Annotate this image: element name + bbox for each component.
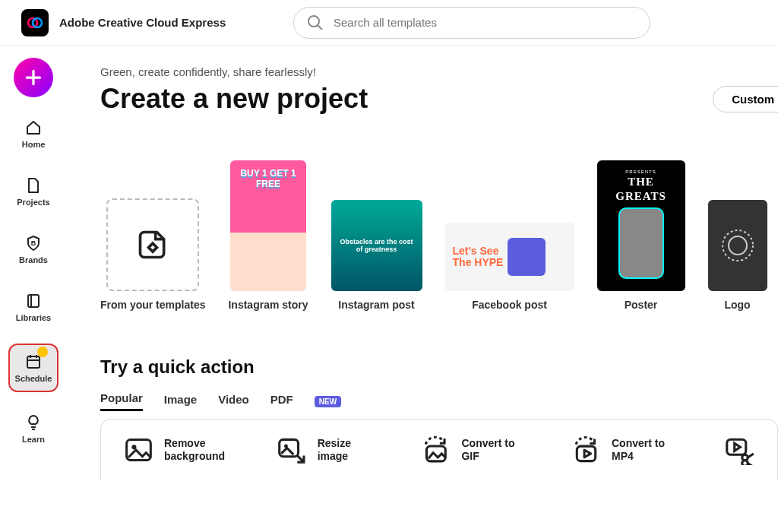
sidebar-item-libraries[interactable]: Libraries (8, 286, 59, 328)
template-instagram-post[interactable]: Obstacles are the cost of greatness Inst… (331, 200, 422, 311)
premium-badge-icon (37, 347, 48, 357)
home-icon (24, 119, 43, 137)
tab-image[interactable]: Image (164, 393, 197, 410)
sticker-icon (136, 228, 169, 261)
tab-video[interactable]: Video (218, 393, 249, 410)
template-from-your-templates[interactable]: From your templates (100, 198, 205, 311)
app-logo (21, 9, 49, 36)
shield-icon: B (24, 234, 43, 252)
sidebar-item-label: Projects (17, 198, 49, 207)
image-icon (124, 435, 153, 465)
convert-mp4-icon (571, 435, 601, 465)
svg-point-2 (308, 16, 319, 27)
svg-rect-20 (577, 446, 595, 461)
svg-line-24 (748, 454, 754, 458)
page-title: Create a new project (100, 83, 368, 115)
new-badge: NEW (315, 396, 341, 407)
sidebar-item-brands[interactable]: B Brands (8, 228, 59, 271)
tab-popular[interactable]: Popular (100, 391, 143, 411)
svg-point-23 (742, 461, 748, 465)
sidebar-item-label: Brands (19, 255, 48, 264)
template-label: Poster (625, 299, 658, 311)
tab-pdf[interactable]: PDF (270, 393, 293, 410)
tagline: Green, create confidently, share fearles… (100, 65, 778, 78)
qa-resize-image[interactable]: Resize image (277, 435, 384, 465)
qa-trim-video[interactable] (724, 435, 754, 465)
template-logo[interactable]: Logo (708, 200, 767, 311)
svg-rect-21 (727, 439, 746, 454)
template-poster[interactable]: PRESENTS THE GREATS Poster (597, 160, 685, 311)
template-card (106, 198, 199, 291)
template-card: Obstacles are the cost of greatness (331, 200, 422, 291)
logo-circle-icon (719, 226, 757, 264)
qa-label: Convert to MP4 (612, 437, 688, 463)
quick-action-tabs: Popular Image Video PDF NEW (100, 391, 778, 411)
book-icon (24, 292, 43, 310)
search-icon (306, 14, 324, 32)
search-input[interactable] (334, 16, 637, 29)
template-label: From your templates (100, 299, 205, 311)
qa-label: Resize image (318, 437, 384, 463)
qa-label: Remove background (164, 437, 240, 463)
main-content: Green, create confidently, share fearles… (67, 46, 778, 532)
template-facebook-post[interactable]: Let's See The HYPE Facebook post (445, 223, 574, 311)
template-card (708, 200, 767, 291)
svg-line-3 (318, 25, 322, 30)
convert-gif-icon (421, 435, 451, 465)
template-card: BUY 1 GET 1 FREE (230, 160, 306, 291)
sidebar-item-label: Home (22, 140, 46, 149)
sidebar-item-schedule[interactable]: Schedule (8, 344, 59, 392)
svg-rect-9 (27, 356, 40, 368)
app-title: Adobe Creative Cloud Express (59, 16, 226, 29)
template-card: PRESENTS THE GREATS (597, 160, 685, 291)
sidebar-item-learn[interactable]: Learn (8, 407, 59, 450)
sidebar-item-projects[interactable]: Projects (8, 170, 59, 213)
custom-size-button[interactable]: Custom (713, 86, 778, 112)
svg-line-25 (748, 464, 754, 466)
qa-convert-mp4[interactable]: Convert to MP4 (571, 435, 688, 465)
sidebar-item-label: Libraries (16, 313, 51, 322)
template-instagram-story[interactable]: BUY 1 GET 1 FREE Instagram story (228, 160, 308, 311)
svg-point-13 (723, 230, 753, 261)
template-card: Let's See The HYPE (445, 223, 574, 291)
svg-text:B: B (31, 239, 36, 247)
new-project-button[interactable] (14, 58, 53, 97)
sidebar-item-label: Schedule (15, 374, 52, 383)
header: Adobe Creative Cloud Express (0, 0, 778, 46)
file-icon (24, 176, 43, 195)
quick-actions-section: Try a quick action Popular Image Video P… (100, 356, 778, 480)
svg-rect-7 (28, 295, 39, 307)
plus-icon (24, 68, 43, 87)
resize-icon (277, 435, 307, 465)
template-label: Logo (724, 299, 750, 311)
quick-actions-row: Remove background Resize image Convert t… (100, 419, 778, 480)
template-label: Facebook post (472, 299, 547, 311)
template-label: Instagram story (228, 299, 308, 311)
sidebar: Home Projects B Brands Libraries Schedul… (0, 46, 67, 532)
search-bar[interactable] (293, 7, 650, 39)
qa-convert-gif[interactable]: Convert to GIF (421, 435, 535, 465)
qa-remove-background[interactable]: Remove background (124, 435, 240, 465)
quick-actions-title: Try a quick action (100, 356, 778, 378)
templates-row: From your templates BUY 1 GET 1 FREE Ins… (100, 160, 778, 311)
template-label: Instagram post (338, 299, 414, 311)
sidebar-item-home[interactable]: Home (8, 112, 59, 155)
trim-icon (724, 435, 754, 465)
sidebar-item-label: Learn (22, 435, 45, 444)
lightbulb-icon (24, 413, 43, 432)
svg-point-14 (729, 236, 747, 255)
qa-label: Convert to GIF (461, 437, 535, 463)
